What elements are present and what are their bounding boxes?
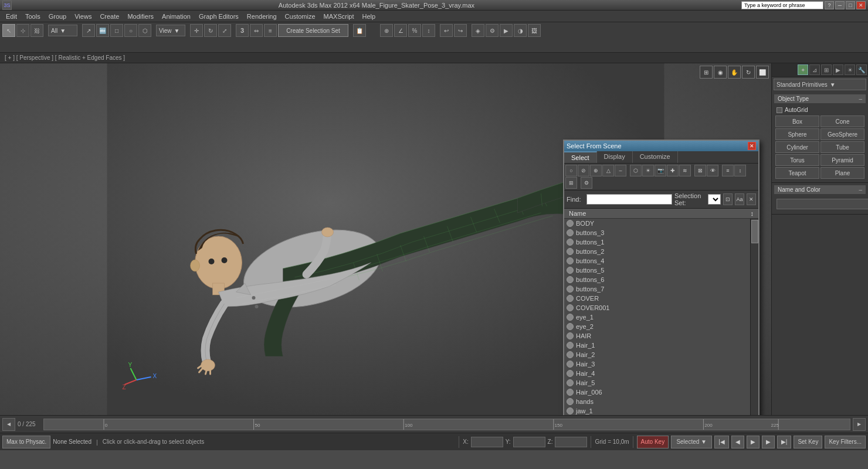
menu-edit[interactable]: Edit [2,12,21,21]
search-box[interactable]: Type a keyword or phrase [741,1,823,9]
snap-toggle-btn[interactable]: ⊕ [380,24,393,37]
list-item[interactable]: Hair_006 [564,388,750,397]
maximize-btn[interactable]: □ [846,1,855,9]
render-setup-btn[interactable]: ⚙ [486,24,499,37]
list-item[interactable]: buttons_4 [564,256,750,266]
app-icon[interactable]: 3S [2,1,12,10]
circle-select-btn[interactable]: ○ [124,24,137,37]
tab-select[interactable]: Select [564,151,597,163]
list-item[interactable]: eye_1 [564,312,750,322]
list-item[interactable]: buttons_6 [564,275,750,284]
create-selection-set-input[interactable]: Create Selection Set [278,24,348,37]
menu-customize[interactable]: Customize [282,12,319,21]
cone-btn[interactable]: Cone [820,115,864,127]
select-btn[interactable]: ↗ [82,24,95,37]
geosphere-btn[interactable]: GeoSphere [820,128,864,140]
box-btn[interactable]: Box [775,115,819,127]
align-btn[interactable]: ≡ [264,24,277,37]
list-item[interactable]: buttons_2 [564,247,750,256]
selection-set-dropdown[interactable] [708,194,721,205]
list-item[interactable]: eye_2 [564,322,750,331]
timeline-right-btn[interactable]: ▶ [853,418,866,431]
mirror-btn[interactable]: ⇔ [250,24,263,37]
max-to-physac-btn[interactable]: Max to Physac. [2,436,50,448]
num-3-btn[interactable]: 3 [236,24,249,37]
x-coord-input[interactable] [471,437,503,447]
menu-animation[interactable]: Animation [158,12,194,21]
view-dropdown[interactable]: View▼ [156,25,185,36]
list-item[interactable]: Hair_4 [564,369,750,378]
dlg-hierarchy-btn[interactable]: ⊞ [565,177,577,189]
selected-dropdown[interactable]: Selected ▼ [671,436,712,448]
auto-key-btn[interactable]: Auto Key [637,436,669,448]
render-last-btn[interactable]: 🖼 [528,24,541,37]
select-tool-btn[interactable]: ↖ [2,24,15,37]
minimize-btn[interactable]: ─ [835,1,845,9]
name-color-collapse-btn[interactable]: – [859,186,862,193]
dlg-case-btn[interactable]: Aa [735,193,744,205]
viewport[interactable]: X Y Z ⊞ ◉ ✋ ↻ ⬜ Select From Scene ✕ [0,63,771,415]
material-editor-btn[interactable]: ◈ [472,24,484,37]
rotate-btn[interactable]: ↻ [204,24,217,37]
menu-maxscript[interactable]: MAXScript [320,12,358,21]
motion-panel-icon[interactable]: ▶ [833,64,843,75]
maximize-viewport-btn[interactable]: ⬜ [756,66,769,79]
dlg-bones-btn[interactable]: ⊠ [694,165,706,176]
z-coord-input[interactable] [555,437,587,447]
selection-filter-dropdown[interactable]: All▼ [48,25,77,36]
dlg-sort-btn[interactable]: ↕ [734,165,746,176]
menu-views[interactable]: Views [71,12,95,21]
menu-graph-editors[interactable]: Graph Editors [195,12,242,21]
list-item[interactable]: BODY [564,219,750,228]
list-item[interactable]: buttons_3 [564,228,750,237]
dlg-list-type-btn[interactable]: ≡ [722,165,734,176]
scale-btn[interactable]: ⤢ [218,24,231,37]
menu-create[interactable]: Create [96,12,123,21]
utilities-panel-icon[interactable]: 🔧 [856,64,867,75]
standard-primitives-dropdown[interactable]: Standard Primitives ▼ [774,79,866,90]
select-region-btn[interactable]: ⊹ [16,24,29,37]
timeline-track[interactable]: 0 50 100 150 200 225 [43,419,850,430]
tab-display[interactable]: Display [597,151,633,163]
rect-select-btn[interactable]: □ [110,24,123,37]
tab-customize[interactable]: Customize [633,151,678,163]
torus-btn[interactable]: Torus [775,154,819,166]
dlg-lights-btn[interactable]: ☀ [642,165,654,176]
dlg-options-btn[interactable]: ⚙ [581,177,592,189]
active-shade-btn[interactable]: ◑ [514,24,527,37]
percent-snap-btn[interactable]: % [408,24,421,37]
move-btn[interactable]: ✛ [190,24,203,37]
y-coord-input[interactable] [513,437,545,447]
cylinder-btn[interactable]: Cylinder [775,141,819,153]
dlg-shapes-btn[interactable]: ⬡ [630,165,642,176]
list-item[interactable]: Hair_3 [564,359,750,369]
close-btn[interactable]: ✕ [856,1,866,9]
list-item[interactable]: Hair_1 [564,341,750,350]
plane-btn[interactable]: Plane [820,167,864,179]
play-btn[interactable]: ▶ [747,436,760,448]
dlg-none-btn[interactable]: – [615,165,626,176]
undo-btn[interactable]: ↩ [440,24,453,37]
dlg-close-find-btn[interactable]: ✕ [747,193,756,205]
list-item[interactable]: COVER [564,294,750,303]
key-nav-prev-btn[interactable]: |◀ [714,436,729,448]
tube-btn[interactable]: Tube [820,141,864,153]
link-btn[interactable]: ⛓ [30,24,43,37]
modify-panel-icon[interactable]: ⊿ [809,64,820,75]
dlg-select-none-btn[interactable]: ⊘ [578,165,589,176]
create-panel-icon[interactable]: ✦ [798,64,808,75]
dlg-all-geometry-btn[interactable]: △ [602,165,614,176]
list-item[interactable]: Hair_2 [564,350,750,359]
named-sel-btn[interactable]: 📋 [353,24,366,37]
scrollbar-thumb[interactable] [751,220,758,243]
menu-help[interactable]: Help [359,12,379,21]
list-item[interactable]: buttons_7 [564,284,750,294]
zoom-extents-btn[interactable]: ⊞ [700,66,713,79]
menu-group[interactable]: Group [45,12,70,21]
dlg-show-hide-btn[interactable]: 👁 [707,165,718,176]
dlg-invert-btn[interactable]: ⊕ [590,165,602,176]
spinner-snap-btn[interactable]: ↕ [422,24,435,37]
object-name-input[interactable] [777,199,868,209]
pan-btn[interactable]: ✋ [728,66,741,79]
dlg-select-all-btn[interactable]: ○ [565,165,577,176]
